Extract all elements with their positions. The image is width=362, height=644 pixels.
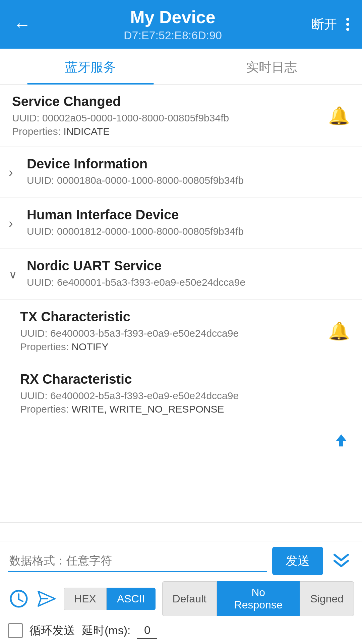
loop-checkbox[interactable]: [8, 623, 23, 638]
characteristic-props: Properties: WRITE, WRITE_NO_RESPONSE: [20, 404, 332, 415]
chevron-down-icon: ∨: [9, 268, 17, 281]
bottom-panel: 发送 HEX ASCII: [0, 541, 362, 644]
delay-input[interactable]: [137, 622, 157, 639]
more-button[interactable]: [344, 15, 352, 34]
characteristic-item-tx[interactable]: TX Characteristic UUID: 6e400003-b5a3-f3…: [0, 300, 362, 362]
back-button[interactable]: ←: [10, 11, 34, 38]
format-group: HEX ASCII: [64, 588, 155, 610]
svg-line-3: [19, 599, 23, 601]
response-default-button[interactable]: Default: [162, 581, 217, 616]
send-row: 发送: [8, 547, 354, 575]
characteristic-uuid: UUID: 6e400002-b5a3-f393-e0a9-e50e24dcca…: [20, 390, 332, 401]
bell-icon[interactable]: 🔔: [328, 105, 350, 126]
tab-realtime-log[interactable]: 实时日志: [181, 49, 362, 84]
service-uuid: UUID: 00001812-0000-1000-8000-00805f9b34…: [27, 226, 350, 237]
service-item-service-changed[interactable]: Service Changed UUID: 00002a05-0000-1000…: [0, 85, 362, 147]
characteristic-name: TX Characteristic: [20, 309, 332, 324]
tab-bar: 蓝牙服务 实时日志: [0, 49, 362, 85]
disconnect-button[interactable]: 断开: [311, 16, 337, 33]
chevron-right-icon: ›: [9, 165, 13, 179]
characteristic-uuid: UUID: 6e400003-b5a3-f393-e0a9-e50e24dcca…: [20, 328, 332, 339]
service-name: Nordic UART Service: [27, 258, 350, 273]
tools-row: HEX ASCII Default No Response Signed: [8, 581, 354, 616]
service-uuid: UUID: 0000180a-0000-1000-8000-00805f9b34…: [27, 175, 350, 186]
service-item-nordic-uart[interactable]: ∨ Nordic UART Service UUID: 6e400001-b5a…: [0, 249, 362, 300]
characteristic-props: Properties: NOTIFY: [20, 341, 332, 353]
header-title-block: My Device D7:E7:52:E8:6D:90: [34, 7, 311, 42]
service-name: Device Information: [27, 156, 350, 171]
loop-row: 循环发送 延时(ms):: [8, 622, 354, 639]
response-no-response-button[interactable]: No Response: [217, 581, 300, 616]
service-list: Service Changed UUID: 00002a05-0000-1000…: [0, 85, 362, 523]
service-uuid: UUID: 00002a05-0000-1000-8000-00805f9b34…: [12, 112, 350, 124]
device-title: My Device: [34, 7, 311, 28]
delay-label: 延时(ms):: [82, 623, 130, 638]
service-uuid: UUID: 6e400001-b5a3-f393-e0a9-e50e24dcca…: [27, 277, 350, 288]
service-props: Properties: INDICATE: [12, 126, 350, 137]
send-button[interactable]: 发送: [272, 547, 323, 575]
bell-icon[interactable]: 🔔: [328, 321, 350, 341]
header-actions: 断开: [311, 15, 352, 34]
app-header: ← My Device D7:E7:52:E8:6D:90 断开: [0, 0, 362, 49]
characteristic-name: RX Characteristic: [20, 372, 332, 387]
format-ascii-button[interactable]: ASCII: [107, 588, 156, 610]
loop-label: 循环发送: [29, 623, 75, 638]
svg-marker-0: [336, 434, 347, 446]
quick-send-button[interactable]: [36, 588, 57, 609]
service-name: Service Changed: [12, 94, 350, 109]
device-address: D7:E7:52:E8:6D:90: [34, 29, 311, 42]
send-input[interactable]: [8, 550, 267, 572]
service-name: Human Interface Device: [27, 207, 350, 222]
format-hex-button[interactable]: HEX: [64, 588, 107, 610]
history-button[interactable]: [8, 588, 29, 609]
response-signed-button[interactable]: Signed: [300, 581, 354, 616]
response-group: Default No Response Signed: [162, 581, 354, 616]
characteristic-item-rx[interactable]: RX Characteristic UUID: 6e400002-b5a3-f3…: [0, 362, 362, 523]
chevron-right-icon: ›: [9, 216, 13, 230]
service-item-human-interface-device[interactable]: › Human Interface Device UUID: 00001812-…: [0, 198, 362, 249]
tab-ble-service[interactable]: 蓝牙服务: [0, 49, 181, 84]
upload-icon[interactable]: [333, 432, 350, 453]
service-item-device-information[interactable]: › Device Information UUID: 0000180a-0000…: [0, 147, 362, 198]
expand-button[interactable]: [328, 551, 354, 571]
